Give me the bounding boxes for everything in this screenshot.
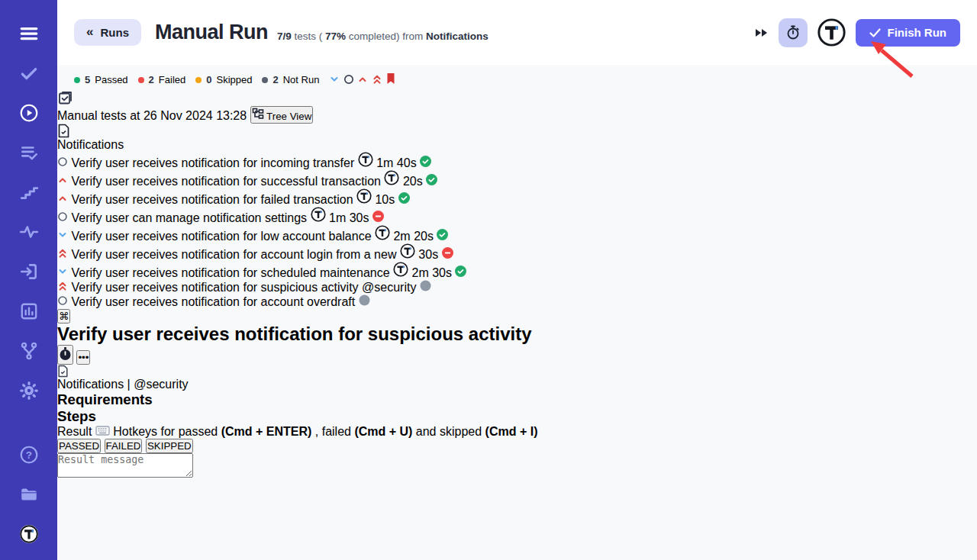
- pulse-icon[interactable]: [14, 217, 44, 247]
- testomat-logo-icon: [393, 266, 408, 279]
- test-title: Verify user receives notification for su…: [71, 175, 381, 188]
- test-list-check-icon[interactable]: [14, 137, 44, 168]
- test-title: Verify user receives notification for ac…: [71, 248, 396, 261]
- run-play-icon[interactable]: [14, 98, 44, 128]
- summary-failed[interactable]: 2 Failed: [138, 74, 186, 85]
- priority-high-icon: [57, 175, 68, 188]
- detail-stopwatch-button[interactable]: [57, 345, 73, 365]
- test-duration: 2m 30s: [411, 266, 451, 279]
- runs-back-button[interactable]: « Runs: [74, 19, 141, 46]
- status-not-run-icon: [420, 281, 431, 294]
- finish-run-label: Finish Run: [888, 26, 947, 39]
- fast-forward-icon[interactable]: [754, 27, 769, 38]
- requirements-section[interactable]: Requirements: [57, 391, 977, 408]
- app-root: ? « Runs Manual Run 7/9 tests ( 77% comp…: [0, 0, 977, 560]
- passed-dot-icon: [74, 77, 80, 83]
- finish-run-button[interactable]: Finish Run: [856, 19, 961, 47]
- more-options-button[interactable]: •••: [76, 350, 90, 365]
- test-title: Verify user receives notification for lo…: [71, 230, 371, 243]
- tag-security[interactable]: @security: [134, 378, 188, 391]
- analytics-icon[interactable]: [14, 296, 44, 327]
- skipped-label: Skipped: [217, 74, 253, 85]
- test-row[interactable]: Verify user receives notification for in…: [57, 152, 977, 170]
- command-hotkeys-button[interactable]: ⌘: [57, 309, 70, 323]
- keyboard-icon: [95, 426, 110, 436]
- skipped-count: 0: [206, 74, 211, 85]
- back-button-label: Runs: [100, 26, 129, 39]
- branches-icon[interactable]: [14, 336, 44, 366]
- test-duration: 30s: [418, 248, 438, 261]
- steps-icon[interactable]: [14, 177, 44, 208]
- tree-view-label: Tree View: [266, 111, 311, 122]
- priority-normal-icon: [57, 211, 68, 224]
- testomat-logo-icon: [400, 248, 415, 261]
- content-split: Manual tests at 26 Nov 2024 13:28 Tree V…: [57, 90, 977, 481]
- tree-view-button[interactable]: Tree View: [250, 106, 314, 124]
- test-row-selected[interactable]: Verify user receives notification for su…: [57, 280, 977, 294]
- failed-label: Failed: [159, 74, 185, 85]
- detail-header: Verify user receives notification for su…: [57, 323, 977, 365]
- passed-label: Passed: [95, 74, 127, 85]
- suite-file-icon: [57, 365, 977, 378]
- test-row[interactable]: Verify user receives notification for su…: [57, 170, 977, 188]
- app-logo-icon[interactable]: [14, 519, 44, 549]
- test-row[interactable]: Verify user receives notification for sc…: [57, 262, 977, 280]
- test-row[interactable]: Verify user receives notification for lo…: [57, 225, 977, 243]
- status-passed-icon: [398, 193, 410, 206]
- stopwatch-button[interactable]: [779, 18, 808, 47]
- test-detail-panel: Verify user receives notification for su…: [57, 323, 977, 481]
- status-failed-icon: [442, 248, 453, 261]
- detail-title[interactable]: Verify user receives notification for su…: [57, 323, 977, 345]
- skipped-dot-icon: [195, 77, 202, 83]
- result-message-input[interactable]: [57, 453, 193, 478]
- passed-button[interactable]: PASSED: [57, 439, 101, 453]
- steps-section[interactable]: Steps: [57, 408, 977, 425]
- failed-button[interactable]: FAILED: [105, 439, 143, 453]
- test-title: Verify user receives notification for sc…: [71, 266, 389, 279]
- status-passed-icon: [455, 266, 466, 279]
- priority-filters: [329, 72, 396, 88]
- hotkeys-text: Hotkeys for passed (Cmd + ENTER) , faile…: [113, 425, 537, 438]
- settings-gear-icon[interactable]: [14, 375, 44, 406]
- help-icon[interactable]: ?: [14, 439, 44, 470]
- test-row[interactable]: Verify user receives notification for fa…: [57, 188, 977, 207]
- testomat-logo-icon[interactable]: [817, 18, 846, 47]
- result-label: Result: [57, 425, 92, 438]
- test-row[interactable]: Verify user can manage notification sett…: [57, 207, 977, 225]
- tests-fraction: 7/9: [277, 31, 292, 42]
- skipped-button[interactable]: SKIPPED: [146, 439, 193, 453]
- summary-passed[interactable]: 5 Passed: [74, 74, 128, 85]
- projects-folder-icon[interactable]: [14, 479, 44, 510]
- tree-icon: [252, 108, 264, 120]
- filter-priority-normal-icon[interactable]: [343, 74, 357, 87]
- testomat-logo-icon: [356, 193, 372, 206]
- tag-security[interactable]: @security: [362, 281, 416, 294]
- filter-bookmark-icon[interactable]: [385, 74, 396, 87]
- import-icon[interactable]: [14, 256, 44, 287]
- check-icon[interactable]: [14, 58, 44, 89]
- test-title: Verify user receives notification for fa…: [71, 193, 353, 206]
- completed-word: completed) from: [346, 31, 426, 42]
- suite-name: Notifications: [57, 138, 124, 151]
- clipboard-check-icon: [57, 90, 977, 106]
- breadcrumb-suite[interactable]: Notifications: [57, 378, 124, 391]
- ellipsis-icon: •••: [78, 352, 89, 363]
- tests-word: tests (: [292, 31, 325, 42]
- failed-count: 2: [149, 74, 154, 85]
- filter-priority-high-icon[interactable]: [357, 74, 371, 87]
- filter-priority-highest-icon[interactable]: [372, 74, 385, 87]
- filter-priority-low-icon[interactable]: [329, 74, 343, 87]
- detail-actions: •••: [57, 345, 977, 365]
- requirements-heading: Requirements: [57, 391, 977, 408]
- status-failed-icon: [372, 211, 384, 224]
- result-header: Result Hotkeys for passed (Cmd + ENTER) …: [57, 425, 977, 439]
- test-row[interactable]: Verify user receives notification for ac…: [57, 243, 977, 262]
- summary-not-run[interactable]: 2 Not Run: [262, 74, 319, 85]
- summary-skipped[interactable]: 0 Skipped: [195, 74, 252, 85]
- menu-icon[interactable]: [14, 18, 44, 49]
- topbar: « Runs Manual Run 7/9 tests ( 77% comple…: [57, 0, 977, 65]
- priority-highest-icon: [57, 281, 68, 294]
- test-row[interactable]: Verify user receives notification for ac…: [57, 294, 977, 309]
- suite-row[interactable]: Notifications: [57, 124, 977, 152]
- status-passed-icon: [420, 156, 431, 169]
